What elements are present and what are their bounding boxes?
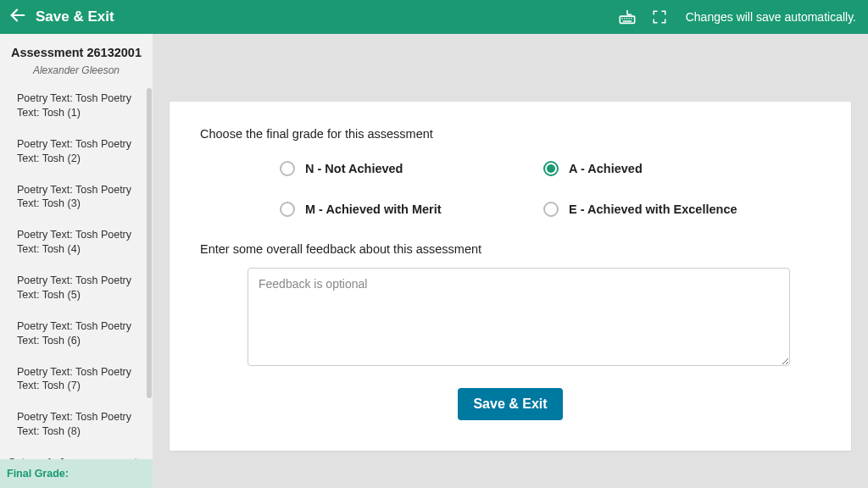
- sidebar-item-label: Poetry Text: Tosh Poetry Text: Tosh (5): [17, 274, 131, 301]
- sidebar-item[interactable]: Poetry Text: Tosh Poetry Text: Tosh (8): [0, 402, 153, 447]
- sidebar-item[interactable]: Poetry Text: Tosh Poetry Text: Tosh (1): [0, 83, 153, 129]
- fullscreen-icon[interactable]: [652, 9, 667, 25]
- grade-option-m[interactable]: M - Achieved with Merit: [280, 202, 509, 217]
- grade-option-label: N - Not Achieved: [305, 162, 403, 175]
- sidebar-set-grade-label: Set grade for assessment 26132001: [8, 457, 137, 459]
- grade-option-label: A - Achieved: [569, 162, 643, 175]
- grade-option-a[interactable]: A - Achieved: [543, 161, 773, 176]
- sidebar-item-label: Poetry Text: Tosh Poetry Text: Tosh (2): [17, 138, 131, 164]
- save-exit-button[interactable]: Save & Exit: [458, 388, 562, 420]
- radio-icon: [543, 202, 559, 217]
- grade-option-label: M - Achieved with Merit: [305, 202, 442, 216]
- sidebar-item[interactable]: Poetry Text: Tosh Poetry Text: Tosh (2): [0, 129, 153, 175]
- grade-option-n[interactable]: N - Not Achieved: [280, 161, 509, 176]
- sidebar-item-label: Poetry Text: Tosh Poetry Text: Tosh (6): [17, 320, 131, 347]
- scrollbar[interactable]: [147, 88, 152, 398]
- radio-icon: [280, 202, 295, 217]
- grade-options: N - Not Achieved A - Achieved M - Achiev…: [200, 161, 821, 217]
- grade-option-label: E - Achieved with Excellence: [569, 202, 737, 216]
- app-header: Save & Exit Changes will save automatica…: [0, 0, 868, 34]
- feedback-prompt: Enter some overall feedback about this a…: [200, 242, 821, 256]
- sidebar-item[interactable]: Poetry Text: Tosh Poetry Text: Tosh (4): [0, 219, 153, 265]
- keyboard-icon[interactable]: [618, 8, 637, 26]
- sidebar-header: Assessment 26132001 Alexander Gleeson: [0, 34, 153, 78]
- arrow-left-icon: [8, 6, 27, 29]
- sidebar-item-label: Poetry Text: Tosh Poetry Text: Tosh (3): [17, 184, 131, 210]
- assessment-title: Assessment 26132001: [7, 46, 146, 59]
- sidebar-list: Poetry Text: Tosh Poetry Text: Tosh (1) …: [0, 83, 153, 459]
- back-save-exit-button[interactable]: Save & Exit: [8, 6, 114, 29]
- sidebar-item[interactable]: Poetry Text: Tosh Poetry Text: Tosh (7): [0, 357, 153, 402]
- sidebar-item-label: Poetry Text: Tosh Poetry Text: Tosh (8): [17, 411, 131, 437]
- sidebar-set-grade[interactable]: Set grade for assessment 26132001: [0, 447, 153, 459]
- autosave-status: Changes will save automatically.: [686, 10, 856, 24]
- sidebar-item[interactable]: Poetry Text: Tosh Poetry Text: Tosh (3): [0, 175, 153, 220]
- grade-option-e[interactable]: E - Achieved with Excellence: [543, 202, 773, 217]
- student-name: Alexander Gleeson: [7, 64, 146, 76]
- grade-card: Choose the final grade for this assessme…: [170, 102, 851, 451]
- sidebar-item[interactable]: Poetry Text: Tosh Poetry Text: Tosh (6): [0, 311, 153, 357]
- sidebar: Assessment 26132001 Alexander Gleeson Po…: [0, 34, 153, 488]
- sidebar-final-grade[interactable]: Final Grade:: [0, 459, 153, 488]
- sidebar-item-label: Poetry Text: Tosh Poetry Text: Tosh (7): [17, 366, 131, 392]
- sidebar-item-label: Poetry Text: Tosh Poetry Text: Tosh (1): [17, 92, 131, 119]
- sidebar-item[interactable]: Poetry Text: Tosh Poetry Text: Tosh (5): [0, 265, 153, 311]
- body: Assessment 26132001 Alexander Gleeson Po…: [0, 34, 868, 488]
- grade-prompt: Choose the final grade for this assessme…: [200, 127, 821, 141]
- svg-rect-1: [620, 16, 634, 23]
- radio-icon: [543, 161, 559, 176]
- radio-icon: [280, 161, 295, 176]
- sidebar-final-grade-label: Final Grade:: [7, 468, 69, 480]
- feedback-textarea[interactable]: [248, 268, 790, 366]
- back-save-exit-label: Save & Exit: [36, 8, 114, 25]
- sidebar-item-label: Poetry Text: Tosh Poetry Text: Tosh (4): [17, 229, 131, 255]
- main-content: Choose the final grade for this assessme…: [153, 34, 868, 488]
